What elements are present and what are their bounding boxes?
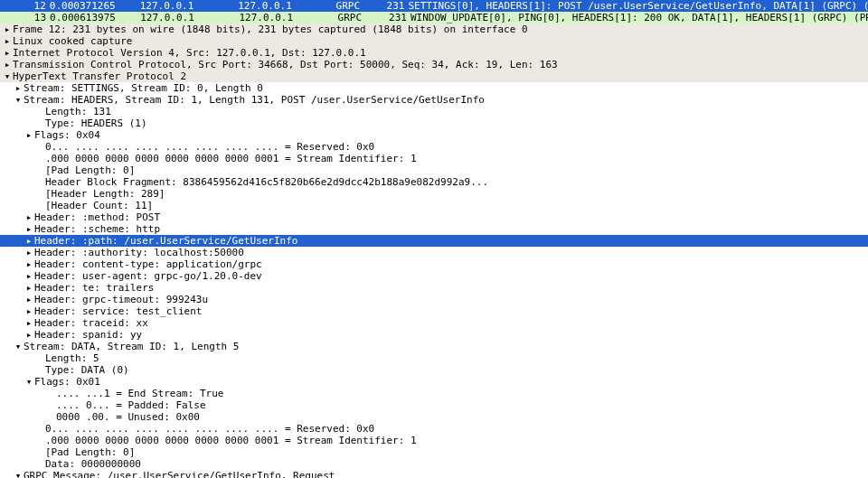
packet-row[interactable]: 130.000613975127.0.0.1127.0.0.1GRPC231WI… [0,12,868,23]
expand-closed-icon[interactable]: ▸ [24,329,34,341]
tree-label: HyperText Transfer Protocol 2 [13,70,868,82]
col-dst: 127.0.0.1 [238,0,335,12]
tree-row[interactable]: ▸Header: traceid: xx [0,317,868,329]
tree-label: [Pad Length: 0] [45,446,868,458]
no-toggle [34,364,45,376]
tree-label: Type: DATA (0) [45,364,868,376]
expand-closed-icon[interactable]: ▸ [2,47,13,59]
tree-row[interactable]: [Pad Length: 0] [0,446,868,458]
tree-row[interactable]: Header Block Fragment: 8386459562d416c5f… [0,176,868,188]
tree-label: Header: grpc-timeout: 999243u [34,294,868,305]
expand-open-icon[interactable]: ▾ [13,470,24,478]
tree-label: Stream: SETTINGS, Stream ID: 0, Length 0 [24,82,868,94]
tree-row[interactable]: ▸Flags: 0x04 [0,129,868,141]
col-time: 0.000371265 [50,0,116,12]
tree-row[interactable]: Type: DATA (0) [0,364,868,376]
expand-closed-icon[interactable]: ▸ [24,282,34,294]
expand-closed-icon[interactable]: ▸ [24,294,34,305]
tree-row[interactable]: ▾GRPC Message: /user.UserService/GetUser… [0,470,868,478]
tree-row[interactable]: [Pad Length: 0] [0,164,868,176]
tree-label: Linux cooked capture [13,35,868,47]
tree-row[interactable]: ▸Header: :path: /user.UserService/GetUse… [0,235,868,247]
tree-row[interactable]: ▸Header: user-agent: grpc-go/1.20.0-dev [0,270,868,282]
tree-row[interactable]: ▸Stream: SETTINGS, Stream ID: 0, Length … [0,82,868,94]
tree-row[interactable]: 0... .... .... .... .... .... .... .... … [0,423,868,435]
packet-details-tree[interactable]: ▸Frame 12: 231 bytes on wire (1848 bits)… [0,23,868,478]
tree-label: [Pad Length: 0] [45,164,868,176]
col-len: 231 [377,0,409,12]
tree-row[interactable]: .000 0000 0000 0000 0000 0000 0000 0001 … [0,435,868,446]
tree-row[interactable]: ▸Header: spanid: yy [0,329,868,341]
tree-label: 0... .... .... .... .... .... .... .... … [45,423,868,435]
tree-label: Stream: DATA, Stream ID: 1, Length 5 [24,341,868,352]
spacer [116,0,140,12]
tree-label: [Header Length: 289] [45,188,868,200]
expand-closed-icon[interactable]: ▸ [24,247,34,258]
tree-label: Length: 5 [45,352,868,364]
tree-label: Transmission Control Protocol, Src Port:… [13,59,868,70]
tree-label: Data: 0000000000 [45,458,868,470]
tree-row[interactable]: 0... .... .... .... .... .... .... .... … [0,141,868,153]
tree-row[interactable]: ▸Transmission Control Protocol, Src Port… [0,59,868,70]
tree-row[interactable]: Data: 0000000000 [0,458,868,470]
tree-label: Header: :scheme: http [34,223,868,235]
tree-label: Header: :method: POST [34,211,868,223]
tree-row[interactable]: ▸Header: grpc-timeout: 999243u [0,294,868,305]
no-toggle [34,446,45,458]
col-src: 127.0.0.1 [140,0,238,12]
expand-closed-icon[interactable]: ▸ [24,258,34,270]
tree-row[interactable]: [Header Count: 11] [0,200,868,211]
tree-row[interactable]: ▸Header: :method: POST [0,211,868,223]
tree-row[interactable]: ▸Header: te: trailers [0,282,868,294]
expand-closed-icon[interactable]: ▸ [24,223,34,235]
tree-row[interactable]: 0000 .00. = Unused: 0x00 [0,411,868,423]
tree-row[interactable]: ▸Frame 12: 231 bytes on wire (1848 bits)… [0,23,868,35]
tree-row[interactable]: ▸Linux cooked capture [0,35,868,47]
packet-list[interactable]: 120.000371265127.0.0.1127.0.0.1GRPC231SE… [0,0,868,23]
no-toggle [34,200,45,211]
tree-row[interactable]: ▾HyperText Transfer Protocol 2 [0,70,868,82]
col-proto: GRPC [336,0,377,12]
expand-open-icon[interactable]: ▾ [13,341,24,352]
tree-row[interactable]: ▸Header: service: test_client [0,305,868,317]
expand-closed-icon[interactable]: ▸ [24,270,34,282]
expand-open-icon[interactable]: ▾ [13,94,24,106]
tree-row[interactable]: ▾Flags: 0x01 [0,376,868,388]
expand-closed-icon[interactable]: ▸ [24,129,34,141]
tree-row[interactable]: [Header Length: 289] [0,188,868,200]
expand-closed-icon[interactable]: ▸ [24,235,34,247]
tree-row[interactable]: Length: 5 [0,352,868,364]
tree-label: .... ...1 = End Stream: True [56,388,868,399]
expand-closed-icon[interactable]: ▸ [13,82,24,94]
tree-row[interactable]: ▾Stream: HEADERS, Stream ID: 1, Length 1… [0,94,868,106]
tree-label: [Header Count: 11] [45,200,868,211]
row-gutter [2,12,18,23]
expand-open-icon[interactable]: ▾ [24,376,34,388]
tree-row[interactable]: Type: HEADERS (1) [0,117,868,129]
row-gutter [2,0,18,12]
tree-row[interactable]: Length: 131 [0,106,868,117]
tree-row[interactable]: ▸Header: content-type: application/grpc [0,258,868,270]
no-toggle [34,153,45,164]
tree-label: GRPC Message: /user.UserService/GetUserI… [24,470,868,478]
no-toggle [34,458,45,470]
expand-open-icon[interactable]: ▾ [2,70,13,82]
expand-closed-icon[interactable]: ▸ [24,305,34,317]
tree-row[interactable]: ▸Header: :authority: localhost:50000 [0,247,868,258]
packet-row[interactable]: 120.000371265127.0.0.1127.0.0.1GRPC231SE… [0,0,868,12]
tree-row[interactable]: ▸Internet Protocol Version 4, Src: 127.0… [0,47,868,59]
no-toggle [45,411,56,423]
tree-row[interactable]: .... 0... = Padded: False [0,399,868,411]
tree-row[interactable]: ▸Header: :scheme: http [0,223,868,235]
expand-closed-icon[interactable]: ▸ [2,23,13,35]
expand-closed-icon[interactable]: ▸ [2,35,13,47]
col-time: 0.000613975 [50,12,116,23]
tree-row[interactable]: .... ...1 = End Stream: True [0,388,868,399]
expand-closed-icon[interactable]: ▸ [2,59,13,70]
expand-closed-icon[interactable]: ▸ [24,317,34,329]
col-info: WINDOW_UPDATE[0], PING[0], HEADERS[1]: 2… [410,12,868,23]
col-len: 231 [379,12,410,23]
tree-row[interactable]: ▾Stream: DATA, Stream ID: 1, Length 5 [0,341,868,352]
tree-row[interactable]: .000 0000 0000 0000 0000 0000 0000 0001 … [0,153,868,164]
expand-closed-icon[interactable]: ▸ [24,211,34,223]
